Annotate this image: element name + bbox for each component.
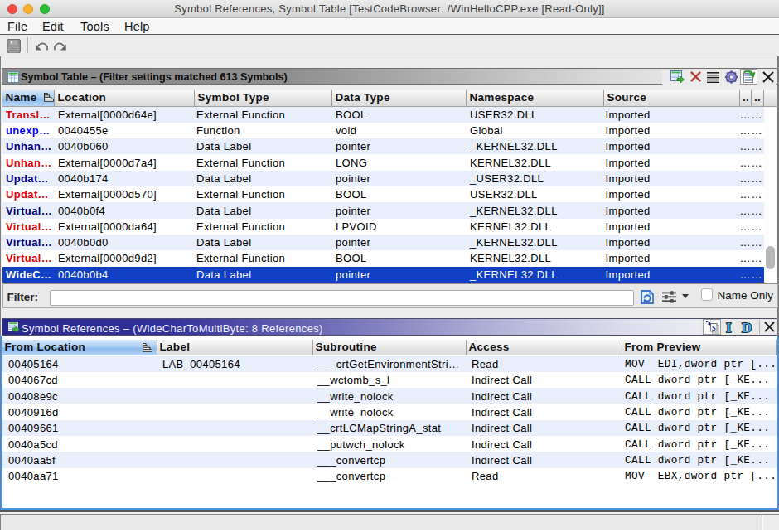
svg-text:S: S bbox=[712, 323, 716, 331]
svg-text:D: D bbox=[742, 320, 752, 335]
svg-text:I: I bbox=[726, 320, 732, 335]
